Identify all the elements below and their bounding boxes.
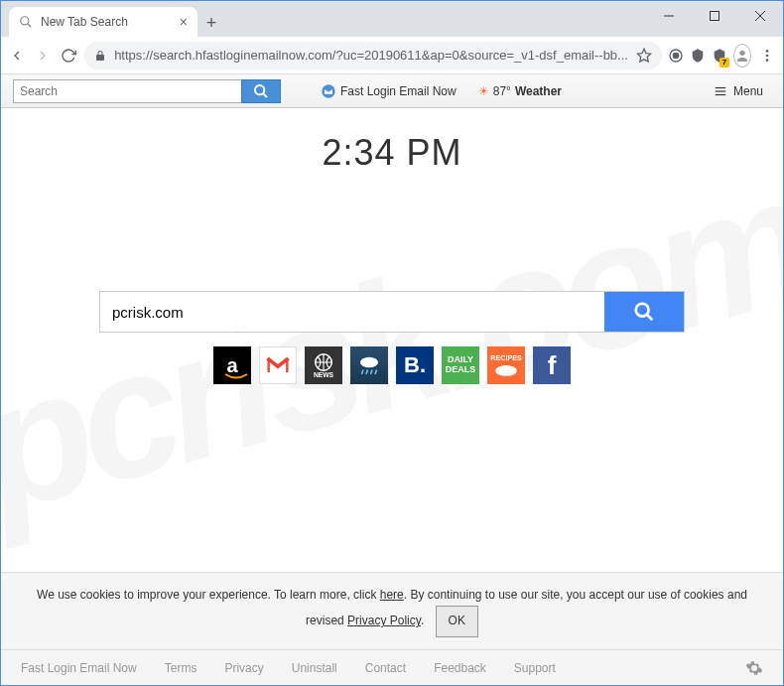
svg-point-9 [739,50,744,55]
page-content: 2:34 PM a NEWS B. DAILY DEALS RECIPES f … [1,108,783,685]
facebook-icon: f [548,350,557,381]
gmail-icon [264,351,292,379]
main-search-input[interactable] [100,292,604,332]
main-search-button[interactable] [604,292,684,332]
sun-icon: ☀ [478,84,489,98]
quick-tiles: a NEWS B. DAILY DEALS RECIPES f [213,346,571,384]
svg-line-25 [366,370,368,375]
tile-recipes[interactable]: RECIPES [487,346,525,384]
new-tab-button[interactable]: + [197,9,225,37]
back-button[interactable] [7,42,27,69]
gear-icon[interactable] [745,659,763,677]
svg-line-27 [375,370,377,375]
extension-icon-1[interactable] [668,46,684,66]
close-button[interactable] [737,1,783,31]
toolbar-link-email[interactable]: Fast Login Email Now [313,83,464,99]
url-field[interactable]: https://search.hfastloginemailnow.com/?u… [84,42,662,69]
cookie-ok-button[interactable]: OK [436,606,478,637]
tile-amazon[interactable]: a [213,346,251,384]
tile-deals[interactable]: DAILY DEALS [442,346,479,384]
hamburger-icon [714,84,727,98]
amazon-icon: a [226,354,237,377]
svg-point-0 [21,17,29,25]
svg-point-8 [673,53,678,58]
tile-booking[interactable]: B. [396,346,434,384]
shield-icon[interactable] [690,46,706,66]
tile-news[interactable]: NEWS [305,346,342,384]
toolbar-search [13,79,281,103]
footer-privacy[interactable]: Privacy [224,661,263,675]
svg-line-14 [263,93,267,97]
toolbar-link-label: Fast Login Email Now [340,84,457,98]
browser-tab[interactable]: New Tab Search × [9,7,197,37]
booking-icon: B. [404,352,426,378]
maximize-button[interactable] [692,1,737,31]
main-search [99,291,685,333]
tile-facebook[interactable]: f [533,346,571,384]
cookie-link-here[interactable]: here [380,588,404,602]
svg-marker-6 [637,49,650,62]
menu-icon[interactable] [757,42,777,69]
profile-button[interactable] [733,44,751,68]
deals-label: DAILY DEALS [442,355,479,375]
svg-point-11 [766,54,769,57]
footer-terms[interactable]: Terms [165,661,197,675]
weather-icon [354,350,384,380]
svg-point-13 [255,85,264,94]
cookie-banner: We use cookies to improve your experienc… [1,572,783,649]
svg-point-23 [360,357,378,368]
close-icon[interactable]: × [180,14,188,30]
svg-line-24 [362,370,364,375]
extension-toolbar: Fast Login Email Now ☀ 87° Weather Menu [1,74,783,108]
window-controls [646,1,783,31]
weather-label: Weather [515,84,562,98]
forward-button[interactable] [33,42,53,69]
svg-point-10 [766,50,769,53]
mail-icon [321,83,336,99]
toolbar-weather[interactable]: ☀ 87° Weather [470,84,570,98]
address-bar: https://search.hfastloginemailnow.com/?u… [1,37,783,74]
cookie-link-privacy[interactable]: Privacy Policy [347,614,421,627]
star-icon[interactable] [636,48,652,64]
search-icon [19,15,33,29]
url-text: https://search.hfastloginemailnow.com/?u… [114,48,628,63]
footer-support[interactable]: Support [514,661,556,675]
news-icon: NEWS [309,350,338,380]
svg-text:RECIPES: RECIPES [490,353,522,362]
svg-point-15 [322,84,334,97]
extension-icon-2[interactable]: 7 [712,46,727,66]
cookie-text-1: We use cookies to improve your experienc… [37,588,380,602]
minimize-button[interactable] [646,1,692,31]
weather-temp: 87° [493,84,511,98]
svg-line-1 [28,24,32,28]
toolbar-search-input[interactable] [13,79,241,103]
tile-gmail[interactable] [259,346,297,384]
recipes-icon: RECIPES [488,347,524,383]
svg-text:NEWS: NEWS [314,371,334,378]
clock: 2:34 PM [322,132,461,174]
tile-weather[interactable] [350,346,388,384]
svg-point-12 [766,59,769,62]
reload-button[interactable] [59,42,78,69]
svg-line-26 [371,370,373,375]
footer-contact[interactable]: Contact [365,661,406,675]
toolbar-search-button[interactable] [241,79,281,103]
browser-window: New Tab Search × + https://search.hfastl… [0,0,784,686]
svg-rect-30 [501,367,512,371]
svg-point-19 [636,304,649,317]
tab-title: New Tab Search [41,15,128,29]
svg-line-20 [647,315,653,321]
extension-badge: 7 [719,58,729,68]
footer-feedback[interactable]: Feedback [434,661,486,675]
footer-brand[interactable]: Fast Login Email Now [21,661,137,675]
titlebar: New Tab Search × + [1,1,783,37]
lock-icon [94,50,106,62]
page-footer: Fast Login Email Now Terms Privacy Unins… [1,649,783,685]
svg-rect-3 [711,12,719,21]
cookie-text-3: . [421,614,424,627]
toolbar-menu-button[interactable]: Menu [706,84,771,98]
footer-uninstall[interactable]: Uninstall [292,661,337,675]
menu-label: Menu [733,84,763,98]
